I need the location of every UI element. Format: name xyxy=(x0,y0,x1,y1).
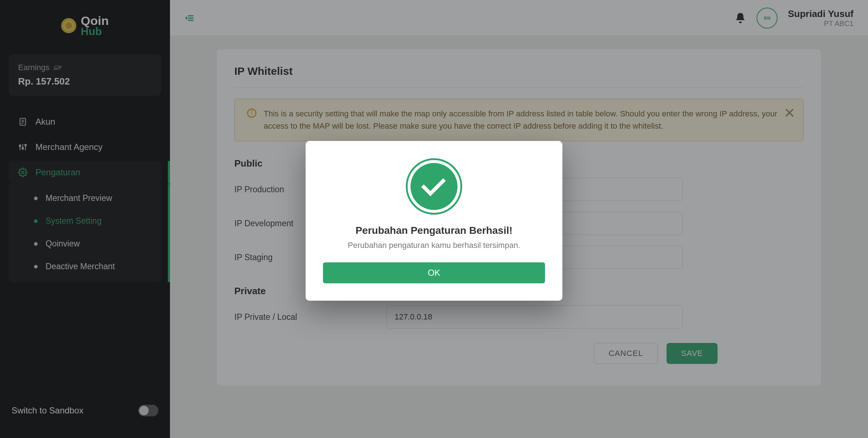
modal-subtitle: Perubahan pengaturan kamu berhasil tersi… xyxy=(323,241,545,250)
success-modal: Perubahan Pengaturan Berhasil! Perubahan… xyxy=(306,141,562,301)
modal-ok-button[interactable]: OK xyxy=(323,262,545,283)
modal-overlay[interactable]: Perubahan Pengaturan Berhasil! Perubahan… xyxy=(0,0,868,438)
modal-title: Perubahan Pengaturan Berhasil! xyxy=(323,225,545,236)
success-check-icon xyxy=(406,158,462,215)
